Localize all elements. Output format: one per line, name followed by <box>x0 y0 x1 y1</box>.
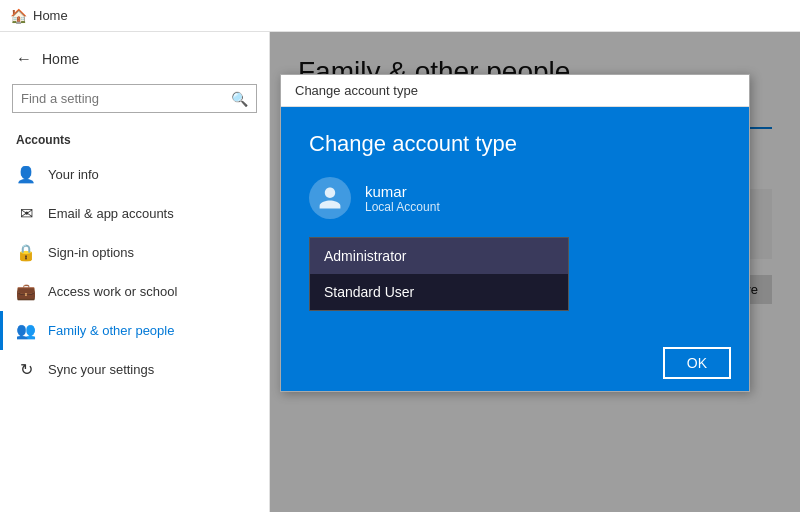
search-icon: 🔍 <box>223 91 256 107</box>
modal-window: Change account type Change account type … <box>280 74 750 392</box>
top-bar: 🏠 Home <box>0 0 800 32</box>
modal-body: Change account type kumar Local Account <box>281 107 749 335</box>
dropdown-item-standard-user[interactable]: Standard User <box>310 274 568 310</box>
modal-user-sub: Local Account <box>365 200 440 214</box>
key-icon: 🔒 <box>16 243 36 262</box>
modal-footer: OK <box>281 335 749 391</box>
briefcase-icon: 💼 <box>16 282 36 301</box>
sidebar-home[interactable]: ← Home <box>0 42 269 76</box>
sidebar-item-label: Your info <box>48 167 99 182</box>
modal-heading: Change account type <box>309 131 721 157</box>
your-info-icon: 👤 <box>16 165 36 184</box>
sidebar-item-your-info[interactable]: 👤 Your info <box>0 155 269 194</box>
sidebar-item-label: Sign-in options <box>48 245 134 260</box>
sidebar-section-label: Accounts <box>0 127 269 155</box>
sidebar-search-box[interactable]: 🔍 <box>12 84 257 113</box>
sidebar-item-email[interactable]: ✉ Email & app accounts <box>0 194 269 233</box>
home-icon: 🏠 <box>10 8 27 24</box>
sidebar-item-label: Access work or school <box>48 284 177 299</box>
modal-user-row: kumar Local Account <box>309 177 721 219</box>
sidebar-item-label: Sync your settings <box>48 362 154 377</box>
home-label[interactable]: Home <box>33 8 68 23</box>
email-icon: ✉ <box>16 204 36 223</box>
modal-user-info: kumar Local Account <box>365 183 440 214</box>
content-area: Family & other people Your family + kuma… <box>270 32 800 512</box>
sidebar-item-label: Family & other people <box>48 323 174 338</box>
modal-title-bar: Change account type <box>281 75 749 107</box>
sidebar-item-signin[interactable]: 🔒 Sign-in options <box>0 233 269 272</box>
sidebar-item-work[interactable]: 💼 Access work or school <box>0 272 269 311</box>
sync-icon: ↻ <box>16 360 36 379</box>
modal-avatar <box>309 177 351 219</box>
sidebar-home-label: Home <box>42 51 79 67</box>
sidebar-item-label: Email & app accounts <box>48 206 174 221</box>
modal-overlay: Change account type Change account type … <box>270 32 800 512</box>
sidebar-item-sync[interactable]: ↻ Sync your settings <box>0 350 269 389</box>
ok-button[interactable]: OK <box>663 347 731 379</box>
modal-person-icon <box>317 185 343 211</box>
search-input[interactable] <box>13 85 223 112</box>
main-layout: ← Home 🔍 Accounts 👤 Your info ✉ Email & … <box>0 32 800 512</box>
sidebar: ← Home 🔍 Accounts 👤 Your info ✉ Email & … <box>0 32 270 512</box>
modal-user-name: kumar <box>365 183 440 200</box>
family-icon: 👥 <box>16 321 36 340</box>
home-icon: ← <box>16 50 32 68</box>
dropdown-item-administrator[interactable]: Administrator <box>310 238 568 274</box>
account-type-dropdown[interactable]: Administrator Standard User <box>309 237 569 311</box>
sidebar-item-family[interactable]: 👥 Family & other people <box>0 311 269 350</box>
